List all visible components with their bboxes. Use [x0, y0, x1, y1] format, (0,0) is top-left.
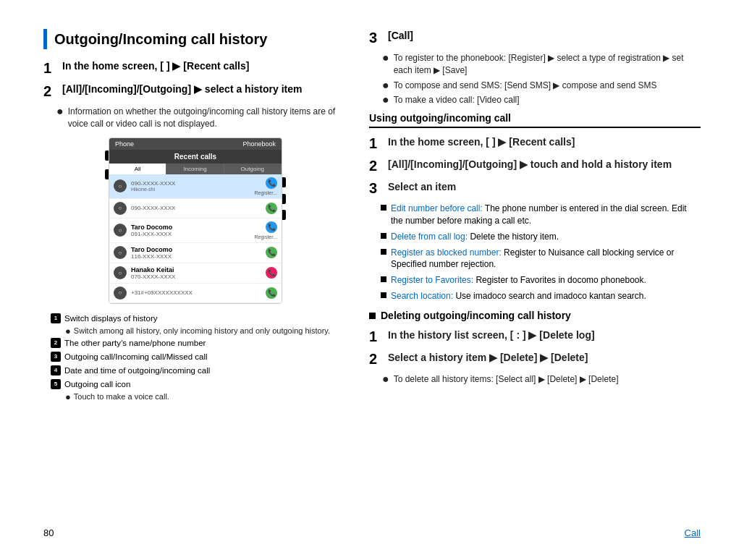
- phone-row-2-num: 090-XXXX-XXXX: [131, 205, 266, 211]
- label-5-text: Outgoing call icon: [64, 378, 347, 390]
- phone-row-1-num: 090-XXXX-XXXX: [131, 180, 254, 187]
- del-step-2-text: Select a history item ▶ [Delete] ▶ [Dele…: [388, 351, 588, 365]
- phone-row-3-content: Taro Docomo 091-XXX-XXXX: [131, 224, 254, 237]
- call-icon-4: 📞: [266, 247, 277, 258]
- label-1-text: Switch displays of history: [64, 313, 347, 324]
- phone-row-2-right: 📞: [266, 203, 277, 214]
- right-step-3-bullets: Edit number before call: The phone numbe…: [381, 203, 701, 302]
- phone-row-2-icon: ○: [114, 202, 127, 215]
- phone-row-6-num: +31#+09XXXXXXXXXX: [131, 289, 266, 296]
- label-4: 4 Date and time of outgoing/incoming cal…: [51, 365, 347, 376]
- phone-row-2[interactable]: ○ 090-XXXX-XXXX 📞: [109, 199, 282, 219]
- delete-section-title: Deleting outgoing/incoming call history: [369, 310, 701, 321]
- right-step-1: 1 In the home screen, [ ] ▶ [Recent call…: [369, 135, 701, 152]
- phone-header-left: Phone: [115, 140, 134, 148]
- label-1-sub-text: Switch among all history, only incoming …: [74, 326, 330, 335]
- del-step-2-bullets: ● To delete all history items: [Select a…: [382, 373, 701, 386]
- label-1: 1 Switch displays of history: [51, 313, 347, 324]
- call-icon-6: 📞: [266, 287, 277, 299]
- right-bullet-1: Edit number before call: The phone numbe…: [381, 203, 701, 227]
- sq-icon-4: [381, 276, 386, 282]
- phone-row-3-num: 091-XXX-XXXX: [131, 231, 254, 237]
- tab-all[interactable]: All: [109, 164, 166, 174]
- phone-row-2-content: 090-XXXX-XXXX: [131, 205, 266, 211]
- tab-incoming[interactable]: Incoming: [166, 164, 224, 174]
- label-1-sub: ● Switch among all history, only incomin…: [65, 326, 347, 336]
- right-column: 3 [Call] ● To register to the phonebook:…: [369, 29, 701, 538]
- phone-title: Recent calls: [109, 150, 282, 164]
- del-step-1-text: In the history list screen, [ : ] ▶ [Del…: [388, 328, 595, 343]
- right-step-3: 3 Select an item: [369, 180, 701, 197]
- badge-1: 1: [51, 313, 61, 323]
- sub-bullet-dot: ●: [65, 326, 71, 336]
- right-bullet-3-text: Register as blocked number: Register to …: [391, 247, 701, 271]
- step-3-num: 3: [369, 29, 382, 46]
- phone-row-3[interactable]: ○ Taro Docomo 091-XXX-XXXX 📞 Register...: [109, 219, 282, 243]
- bullet-dot: ●: [56, 106, 64, 117]
- right-step-2: 2 [All]/[Incoming]/[Outgoing] ▶ touch an…: [369, 158, 701, 174]
- phone-row-1-badge-r: Register...: [254, 190, 277, 195]
- phone-row-3-icon: ○: [114, 224, 127, 237]
- phone-row-4-name: Taro Docomo: [131, 246, 266, 253]
- right-step-3-num: 3: [369, 180, 382, 197]
- phone-row-6-right: 📞: [266, 287, 277, 299]
- label-5-sub-text: Touch to make a voice call.: [74, 392, 169, 401]
- del-step-1: 1 In the history list screen, [ : ] ▶ [D…: [369, 328, 701, 345]
- right-bullet-2-text: Delete from call log: Delete the history…: [391, 231, 559, 243]
- step-3-bullet-2-text: To compose and send SMS: [Send SMS] ▶ co…: [394, 80, 657, 92]
- right-bullet-4-text: Register to Favorites: Register to Favor…: [391, 274, 646, 287]
- phone-tabs: All Incoming Outgoing: [109, 164, 282, 174]
- step-3-bullet-1: ● To register to the phonebook: [Registe…: [382, 52, 701, 77]
- right-step-2-num: 2: [369, 158, 382, 174]
- phone-row-4[interactable]: ○ Taro Docomo 116-XXX-XXXX 📞: [109, 243, 282, 263]
- right-bullet-3: Register as blocked number: Register to …: [381, 247, 701, 271]
- left-column: Outgoing/Incoming call history 1 In the …: [43, 29, 347, 538]
- label-2: 2 The other party’s name/phone number: [51, 337, 347, 349]
- tab-outgoing[interactable]: Outgoing: [224, 164, 282, 174]
- sq-icon-5: [381, 292, 386, 298]
- call-icon-1: 📞: [266, 177, 277, 189]
- right-bullet-1-text: Edit number before call: The phone numbe…: [391, 203, 701, 227]
- phone-row-4-content: Taro Docomo 116-XXX-XXXX: [131, 246, 266, 260]
- phone-row-1[interactable]: ○ 090-XXXX-XXXX Hikone-shi 📞 Register...: [109, 174, 282, 199]
- section-title: Outgoing/Incoming call history: [43, 29, 347, 49]
- del-step-2-num: 2: [369, 351, 382, 368]
- del-step-2: 2 Select a history item ▶ [Delete] ▶ [De…: [369, 351, 701, 368]
- phone-screenshot: Phone Phonebook Recent calls All Incomin…: [109, 137, 282, 304]
- right-bullet-2: Delete from call log: Delete the history…: [381, 231, 701, 243]
- phone-row-6[interactable]: ○ +31#+09XXXXXXXXXX 📞: [109, 284, 282, 303]
- sq-icon-1: [381, 205, 386, 211]
- step-3-bullet-2: ● To compose and send SMS: [Send SMS] ▶ …: [382, 80, 701, 92]
- badge-4: 4: [51, 365, 61, 376]
- phone-row-5-icon: ○: [114, 266, 127, 279]
- sq-icon-2: [381, 233, 386, 239]
- step-3-bullet-1-text: To register to the phonebook: [Register]…: [394, 52, 701, 77]
- right-step-2-text: [All]/[Incoming]/[Outgoing] ▶ touch and …: [388, 158, 672, 172]
- page-container: Outgoing/Incoming call history 1 In the …: [0, 0, 744, 560]
- title-bar-accent: [43, 29, 47, 49]
- phone-body: ○ 090-XXXX-XXXX Hikone-shi 📞 Register...: [109, 174, 282, 303]
- right-bullet-5-text: Search location: Use imadoco search and …: [391, 290, 646, 302]
- bullet-dot-3-2: ●: [382, 80, 389, 91]
- phone-row-1-right: 📞 Register...: [254, 177, 277, 195]
- left-step-3: 3 [Call]: [369, 29, 701, 46]
- sq-icon-3: [381, 249, 386, 255]
- badge-3: 3: [51, 352, 61, 362]
- left-step-2: 2 [All]/[Incoming]/[Outgoing] ▶ select a…: [43, 82, 347, 100]
- step-2-bullet: ● Information on whether the outgoing/in…: [56, 106, 347, 130]
- step-3-bullet-3: ● To make a video call: [Video call]: [382, 94, 701, 106]
- phone-row-6-content: +31#+09XXXXXXXXXX: [131, 289, 266, 296]
- phone-row-5-content: Hanako Keitai 070-XXXX-XXXX: [131, 266, 266, 280]
- step-3-text: [Call]: [388, 29, 413, 43]
- phone-row-6-icon: ○: [114, 287, 127, 300]
- step-1-num: 1: [43, 59, 56, 77]
- step-1-text: In the home screen, [ ] ▶ [Recent calls]: [62, 59, 249, 74]
- page-link[interactable]: Call: [685, 527, 701, 538]
- phone-row-5[interactable]: ○ Hanako Keitai 070-XXXX-XXXX 📞: [109, 263, 282, 284]
- phone-row-4-right: 📞: [266, 247, 277, 258]
- right-bullet-5: Search location: Use imadoco search and …: [381, 290, 701, 302]
- right-section-title: Using outgoing/incoming call: [369, 112, 701, 128]
- phone-screenshot-wrapper: 1 2 3 4 5 Phone Phonebook Recent calls: [109, 137, 282, 304]
- step-2-text: [All]/[Incoming]/[Outgoing] ▶ select a h…: [62, 82, 302, 97]
- phone-row-1-icon: ○: [114, 179, 127, 192]
